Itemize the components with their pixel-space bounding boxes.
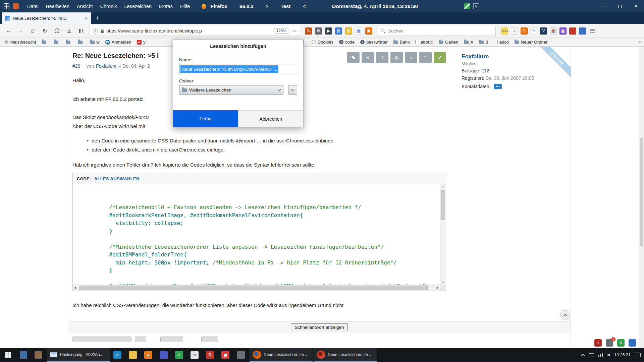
notes-app-icon[interactable]: a	[187, 348, 202, 362]
bookmark-name-input[interactable]: Neue Lesezeichen: >5 im Drop-Down-Menü? …	[179, 64, 297, 74]
minimize-button[interactable]: −	[596, 0, 612, 12]
bookmark-item[interactable]: code	[339, 40, 355, 45]
page-info-icon[interactable]	[93, 28, 98, 34]
stylus-icon[interactable]: ✎	[305, 27, 312, 35]
notes-icon[interactable]: ✎	[530, 27, 537, 35]
vertical-scroll-thumb[interactable]	[441, 190, 445, 220]
blue-extension-icon[interactable]	[579, 27, 586, 35]
select-all-link[interactable]: ALLES AUSWÄHLEN	[94, 176, 140, 181]
bookmark-item[interactable]: Neuer Ordner	[515, 40, 547, 45]
maximize-button[interactable]	[612, 0, 628, 12]
scroll-to-top-button[interactable]	[560, 310, 570, 320]
bookmark-item[interactable]: y	[137, 40, 146, 45]
new-tab-button[interactable]: +	[91, 12, 103, 24]
s-tool-badge[interactable]: S	[617, 339, 625, 347]
update-count-badge[interactable]: 2	[606, 339, 613, 347]
v-icon[interactable]: V	[473, 3, 479, 9]
menu-item[interactable]: Ansicht	[73, 4, 97, 9]
bookmark-item[interactable]: Anmelden	[105, 40, 131, 45]
antivirus-icon[interactable]: ✓	[171, 348, 187, 362]
page-scrollbar[interactable]	[639, 47, 644, 348]
mail-task-button[interactable]: Posteingang - 2002An...	[47, 348, 110, 362]
battery-icon[interactable]	[589, 353, 594, 357]
red-extension-icon[interactable]	[569, 27, 576, 35]
active-tab[interactable]: Neue Lesezeichen: >5 im D ×	[2, 12, 91, 24]
done-button[interactable]: Fertig	[173, 110, 238, 127]
bookmark-item[interactable]: Garten	[439, 40, 459, 45]
volume-icon[interactable]	[607, 354, 610, 357]
gray-app-icon[interactable]	[233, 348, 249, 362]
hamburger-menu-icon[interactable]	[590, 29, 595, 33]
forward-button[interactable]: →	[15, 26, 26, 36]
library-button[interactable]	[76, 26, 86, 36]
post-author-link[interactable]: Foxfailure	[96, 63, 116, 69]
video-downloader-icon[interactable]: ▶	[325, 27, 332, 35]
menu-item[interactable]: Datei	[23, 4, 42, 9]
download-icon[interactable]: ↓	[511, 27, 518, 35]
reader-icon[interactable]: ▣	[365, 27, 372, 35]
gear-icon[interactable]: ⚙	[315, 27, 322, 35]
apps-icon[interactable]	[13, 3, 19, 9]
bookmark-item[interactable]: passwörter	[360, 40, 388, 45]
menu-item[interactable]: Bearbeiten	[42, 4, 73, 9]
tab-manager-icon[interactable]: ▩	[559, 27, 567, 35]
profile-username[interactable]: Foxfailure	[462, 53, 534, 60]
url-text[interactable]: https://www.camp-firefox.de/forum/viewto…	[106, 28, 270, 34]
v-extension-icon[interactable]: V	[540, 27, 547, 35]
cancel-button[interactable]: Abbrechen	[238, 110, 304, 127]
bookmark-item[interactable]: Meistbesucht	[5, 40, 36, 45]
post-number-link[interactable]: #29	[72, 63, 80, 69]
blue-tool-badge[interactable]	[629, 339, 636, 347]
blocker-count-badge[interactable]: 1	[594, 339, 602, 347]
edge-icon[interactable]: e	[110, 348, 125, 362]
search-input[interactable]	[388, 28, 492, 34]
page-scroll-thumb[interactable]	[640, 138, 643, 246]
cut-off-button[interactable]	[72, 337, 131, 342]
pinned-app-icon[interactable]	[31, 348, 46, 362]
action-center-icon[interactable]	[635, 353, 641, 357]
history-button[interactable]	[52, 26, 62, 36]
home-button[interactable]: ⌂	[28, 26, 38, 36]
scroll-right-arrow[interactable]: ▶	[437, 285, 439, 291]
bookmark-item[interactable]	[78, 40, 84, 44]
horizontal-scroll-thumb[interactable]	[79, 286, 428, 290]
url-bar[interactable]: https://www.camp-firefox.de/forum/viewto…	[90, 26, 300, 36]
downloads-button[interactable]	[64, 26, 74, 36]
bookmark-item[interactable]: Cookies	[312, 40, 333, 45]
bookmark-item[interactable]	[54, 40, 60, 44]
folder-select[interactable]: Weitere Lesezeichen	[179, 85, 283, 95]
cut-off-button[interactable]	[135, 337, 146, 342]
page-actions-button[interactable]: •••	[292, 29, 297, 33]
css-badge-icon[interactable]: css	[501, 27, 508, 35]
back-button[interactable]: ←	[3, 26, 14, 36]
report-post-button[interactable]: !	[376, 52, 388, 63]
bookmarks-overflow-button[interactable]: »	[639, 39, 642, 44]
start-button[interactable]	[0, 348, 16, 362]
site-search-icon[interactable]: Q	[521, 27, 528, 35]
quote-post-button[interactable]: ”	[419, 52, 432, 63]
warn-user-button[interactable]: ⚠	[390, 52, 403, 63]
code-content[interactable]: /*Lesezeichenbild + Favicon ausblenden -…	[73, 184, 446, 285]
folder-expander-button[interactable]	[288, 85, 297, 95]
firefox-task-button[interactable]: Neue Lesezeichen: >5 ...	[250, 348, 313, 362]
close-button[interactable]: ×	[628, 0, 644, 12]
menu-item[interactable]: Extras	[155, 4, 176, 9]
scroll-up-arrow[interactable]: ▲	[440, 185, 446, 188]
taskbar-clock[interactable]: 13:26:31	[614, 353, 631, 357]
bookmark-item[interactable]	[66, 40, 72, 44]
bookmark-grid-icon[interactable]: ▦	[355, 27, 362, 35]
network-icon[interactable]	[598, 353, 603, 357]
firefox-task-button[interactable]: Neue Lesezeichen: >5 ...	[314, 348, 377, 362]
bookmark-item[interactable]: A	[464, 40, 473, 45]
green-chart-icon[interactable]	[464, 3, 470, 9]
explorer-icon[interactable]	[125, 348, 141, 362]
tray-expand-icon[interactable]	[581, 354, 585, 357]
approve-post-button[interactable]: ✓	[434, 52, 446, 63]
message-icon[interactable]	[494, 84, 502, 89]
calendar-icon[interactable]: ▦	[550, 27, 557, 35]
blue-folder-icon[interactable]: ▤	[335, 27, 342, 35]
zoom-level-badge[interactable]: 120%	[273, 28, 289, 34]
quick-reply-button[interactable]: Schnellantwort anzeigen	[291, 323, 347, 331]
code-vertical-scrollbar[interactable]: ▲ ▼	[440, 184, 446, 285]
cut-off-button[interactable]	[160, 337, 183, 342]
